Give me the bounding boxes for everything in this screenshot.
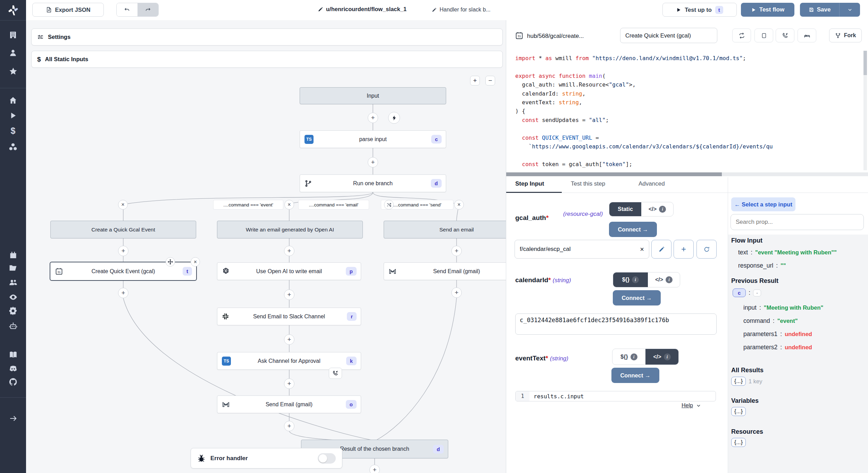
export-json-button[interactable]: Export JSON — [32, 3, 104, 17]
prop-row[interactable]: text:"event "Meeting with Ruben"" — [738, 249, 837, 256]
calendar-id-input[interactable]: c_0312442e881ae6fcf1dec23f54916a389f1c17… — [515, 313, 717, 335]
code-hscrollbar-thumb[interactable] — [506, 172, 722, 176]
sidebar-item-github[interactable] — [8, 377, 18, 386]
add-step-button[interactable]: + — [451, 287, 462, 298]
sidebar-item-user[interactable] — [8, 48, 18, 58]
calendar-id-connect-button[interactable]: Connect → — [613, 290, 661, 305]
save-dropdown-button[interactable] — [840, 3, 860, 17]
zoom-in-button[interactable]: + — [470, 76, 480, 85]
tab-advanced[interactable]: Advanced — [639, 180, 665, 187]
search-prop-input[interactable] — [731, 214, 864, 230]
send-slack-node[interactable]: Send Email to Slack Channel r — [217, 308, 361, 325]
test-flow-button[interactable]: Test flow — [741, 3, 794, 17]
branch-condition[interactable]: ....command === 'email' — [299, 200, 369, 209]
flow-path[interactable]: u/henricourdent/flow_slack_1 — [318, 6, 407, 13]
sidebar-item-variables[interactable]: $ — [8, 126, 18, 136]
collapse-button[interactable]: - — [753, 289, 761, 296]
sidebar-item-workspace[interactable] — [8, 30, 18, 40]
sidebar-item-settings[interactable] — [8, 306, 18, 316]
fork-button[interactable]: Fork — [829, 28, 862, 42]
event-text-connect-button[interactable]: Connect → — [611, 368, 659, 383]
sleep-icon[interactable] — [798, 28, 816, 42]
all-results-row[interactable]: {...} 1 key — [731, 377, 762, 386]
resource-picker[interactable]: f/calendar/escp_cal × — [515, 240, 649, 259]
info-icon[interactable]: i — [664, 353, 671, 360]
code-editor[interactable]: import * as wmill from "https://deno.lan… — [515, 54, 859, 169]
sidebar-item-docs[interactable] — [8, 350, 18, 359]
create-quick-event-node[interactable]: 31 Create Quick Event (gcal) t — [50, 262, 197, 281]
branch-header[interactable]: Send an email — [384, 221, 506, 238]
prop-row[interactable]: parameters1:undefined — [743, 331, 812, 338]
zoom-out-button[interactable]: − — [485, 76, 495, 85]
add-step-button[interactable]: + — [118, 288, 128, 298]
template-mode-segment[interactable]: ${}i — [612, 349, 645, 365]
flow-summary[interactable]: Handler for slack b... — [432, 7, 491, 13]
add-step-button[interactable]: + — [368, 113, 378, 123]
input-node[interactable]: Input — [300, 87, 446, 104]
object-badge[interactable]: {...} — [731, 407, 746, 416]
move-step-button[interactable] — [166, 257, 175, 267]
select-step-input-button[interactable]: ← Select a step input — [731, 197, 795, 211]
add-step-button[interactable]: + — [284, 246, 294, 256]
error-handler-toggle[interactable] — [318, 453, 336, 464]
use-openai-node[interactable]: Use Open AI to write email p — [217, 262, 361, 280]
trigger-button[interactable] — [388, 112, 400, 124]
prop-row[interactable]: c : - — [733, 288, 761, 297]
run-one-branch-node[interactable]: Run one branch d — [300, 174, 446, 192]
event-text-expression-editor[interactable]: 1 results.c.input — [515, 391, 716, 401]
suspend-approval-button[interactable] — [776, 28, 794, 42]
sidebar-item-schedules[interactable] — [8, 250, 18, 260]
add-step-button[interactable]: + — [284, 378, 294, 389]
redo-button[interactable] — [137, 3, 158, 16]
add-step-button[interactable]: + — [284, 289, 294, 300]
swap-branch-button[interactable] — [384, 200, 394, 210]
prop-row[interactable]: command:"event" — [743, 317, 798, 325]
gcal-auth-connect-button[interactable]: Connect → — [609, 222, 657, 237]
flow-canvas[interactable]: Settings $ All Static Inputs + − Input +… — [26, 20, 506, 473]
javascript-mode-segment[interactable]: </>i — [648, 272, 680, 287]
suspend-indicator-button[interactable] — [329, 368, 342, 379]
add-step-button[interactable]: + — [368, 157, 378, 168]
add-step-button[interactable]: + — [284, 421, 294, 431]
add-step-button[interactable]: + — [451, 246, 462, 256]
static-inputs-bar[interactable]: $ All Static Inputs — [31, 51, 503, 68]
sidebar-item-groups[interactable] — [8, 278, 18, 287]
sidebar-item-audit-logs[interactable] — [8, 292, 18, 302]
sidebar-item-workers[interactable] — [8, 321, 18, 331]
ask-approval-node[interactable]: TS Ask Channel for Approval k — [217, 352, 361, 370]
template-mode-segment[interactable]: ${}i — [613, 272, 648, 287]
sidebar-item-runs[interactable] — [8, 111, 18, 120]
tab-test-this-step[interactable]: Test this step — [571, 180, 605, 187]
info-icon[interactable]: i — [659, 206, 666, 213]
edit-resource-button[interactable] — [651, 240, 671, 259]
branch-header[interactable]: Create a Quick Gcal Event — [50, 221, 196, 238]
object-badge[interactable]: {...} — [731, 438, 746, 447]
sidebar-item-resources[interactable] — [8, 142, 18, 152]
delete-branch-button[interactable]: × — [454, 200, 464, 210]
resources-row[interactable]: {...} — [731, 438, 746, 447]
help-link[interactable]: Help — [682, 402, 701, 409]
prop-row[interactable]: parameters2:undefined — [743, 344, 812, 351]
step-summary-input[interactable] — [620, 28, 717, 43]
test-up-to-button[interactable]: Test up to t — [662, 3, 737, 17]
prop-row[interactable]: input:"Meeting with Ruben" — [743, 304, 823, 311]
add-step-button[interactable]: + — [118, 246, 128, 256]
save-button[interactable]: Save — [800, 3, 839, 17]
gcal-auth-mode-toggle[interactable]: Static </>i — [609, 202, 674, 217]
sidebar-collapse-icon[interactable] — [8, 414, 18, 423]
retry-settings-button[interactable] — [732, 28, 751, 42]
info-icon[interactable]: i — [632, 276, 639, 283]
delete-branch-button[interactable]: × — [118, 200, 128, 210]
branch-condition[interactable]: ....command === 'event' — [214, 200, 283, 209]
refresh-resource-button[interactable] — [696, 240, 717, 259]
static-mode-segment[interactable]: Static — [609, 202, 641, 216]
sidebar-item-home[interactable] — [8, 96, 18, 105]
flow-settings-bar[interactable]: Settings — [31, 28, 503, 46]
javascript-mode-segment[interactable]: </>i — [645, 349, 678, 365]
delete-step-button[interactable]: × — [191, 257, 200, 267]
object-badge[interactable]: {...} — [731, 377, 746, 386]
undo-button[interactable] — [117, 3, 137, 16]
code-vscrollbar-thumb[interactable] — [863, 51, 867, 75]
step-id-badge[interactable]: c — [733, 288, 746, 297]
info-icon[interactable]: i — [631, 353, 637, 360]
